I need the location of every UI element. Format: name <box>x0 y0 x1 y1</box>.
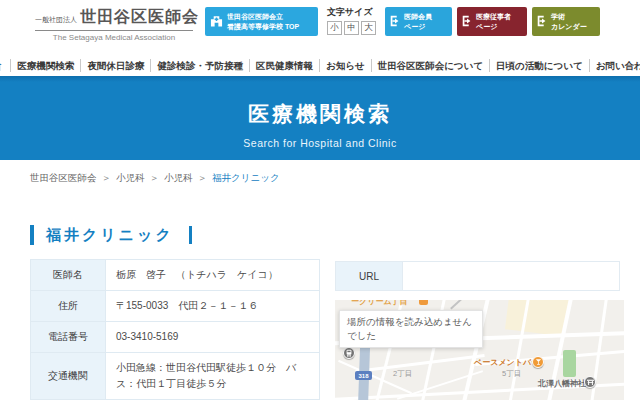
table-row-phone: 電話番号 03-3410-5169 <box>30 322 320 353</box>
org-type-label: 一般社団法人 <box>35 15 77 28</box>
home-icon[interactable] <box>0 59 10 71</box>
clinic-name: 福井クリニック <box>46 226 174 245</box>
table-row-doctor: 医師名 栃原 啓子 （トチハラ ケイコ） <box>30 260 320 291</box>
hero-banner: 医療機関検索 Search for Hospital and Clinic <box>0 76 640 160</box>
academic-calendar-button[interactable]: 学術 カレンダー <box>532 7 600 36</box>
hospital-icon <box>210 13 223 31</box>
nav-item-health-info[interactable]: 区民健康情報 <box>249 59 319 72</box>
org-name-english: The Setagaya Medical Association <box>35 33 193 42</box>
nav-item-news[interactable]: お知らせ <box>319 59 371 72</box>
font-size-control: 文字サイズ 小 中 大 <box>327 6 379 35</box>
page-title: 医療機関検索 <box>0 100 640 128</box>
row-value: 〒155-0033 代田２－１－１６ <box>106 291 319 321</box>
member-page-button[interactable]: 医師会員 ページ <box>385 7 452 36</box>
font-size-large-button[interactable]: 大 <box>361 21 376 35</box>
school-button-line2: 看護高等専修学校 TOP <box>227 23 299 30</box>
text-cursor <box>189 226 192 244</box>
map-label-district2: 2丁目 <box>393 369 412 379</box>
worker-button-line1: 医療従事者 <box>476 13 511 20</box>
map-road <box>355 354 484 373</box>
url-value <box>403 262 619 290</box>
station-marker-icon[interactable] <box>343 347 355 359</box>
page-subtitle: Search for Hospital and Clinic <box>0 137 640 149</box>
breadcrumb-subcategory[interactable]: 小児科 <box>164 172 193 185</box>
map-partial-poi-icon <box>419 300 428 305</box>
nursing-school-button[interactable]: 世田谷区医師会立 看護高等専修学校 TOP <box>205 7 318 36</box>
google-map[interactable]: 318 ークリーム丁目 2丁目 ベースメントバー 5丁目 北澤八幡神社 場所の情… <box>335 300 624 400</box>
font-size-medium-button[interactable]: 中 <box>344 21 359 35</box>
nav-item-about[interactable]: 世田谷区医師会について <box>371 59 489 72</box>
row-value: 03-3410-5169 <box>106 322 319 352</box>
worker-button-line2: ページ <box>476 23 497 30</box>
map-park <box>563 350 576 377</box>
map-partial-poi-label: ークリーム丁目 <box>351 300 408 307</box>
row-label: 医師名 <box>31 260 106 290</box>
medical-worker-page-button[interactable]: 医療従事者 ページ <box>457 7 527 36</box>
nav-item-activities[interactable]: 日頃の活動について <box>489 59 589 72</box>
calendar-button-line1: 学術 <box>551 13 565 20</box>
row-label: 交通機関 <box>31 353 106 399</box>
org-name: 世田谷区医師会 <box>80 7 199 28</box>
breadcrumb: 世田谷区医師会 ＞ 小児科 ＞ 小児科 ＞ 福井クリニック <box>30 172 280 185</box>
breadcrumb-separator: ＞ <box>150 172 160 185</box>
breadcrumb-separator: ＞ <box>198 172 208 185</box>
map-label-district5: 5丁目 <box>502 369 521 379</box>
heading-accent-bar <box>30 225 34 245</box>
url-label: URL <box>336 262 403 290</box>
breadcrumb-category[interactable]: 小児科 <box>116 172 145 185</box>
map-label-bar: ベースメントバー <box>474 357 539 368</box>
row-label: 電話番号 <box>31 322 106 352</box>
map-error-infowindow: 場所の情報を読み込めませんでした <box>339 310 483 348</box>
nav-item-night-holiday[interactable]: 夜間休日診療 <box>80 59 150 72</box>
member-button-line2: ページ <box>404 23 425 30</box>
font-size-small-button[interactable]: 小 <box>327 21 342 35</box>
login-icon <box>461 13 473 31</box>
clinic-heading: 福井クリニック <box>30 225 192 245</box>
infowindow-tail <box>450 300 462 309</box>
page: 一般社団法人 世田谷区医師会 The Setagaya Medical Asso… <box>0 0 640 400</box>
bar-marker-icon[interactable] <box>532 356 544 368</box>
calendar-button-line2: カレンダー <box>551 23 587 30</box>
map-label-shrine: 北澤八幡神社 <box>538 378 586 389</box>
row-value: 小田急線：世田谷代田駅徒歩１０分 バス：代田１丁目徒歩５分 <box>106 353 319 399</box>
breadcrumb-current: 福井クリニック <box>212 172 280 185</box>
table-row-address: 住所 〒155-0033 代田２－１－１６ <box>30 291 320 322</box>
row-label: 住所 <box>31 291 106 321</box>
member-button-line1: 医師会員 <box>404 13 432 20</box>
map-area-block <box>505 300 569 337</box>
clinic-info-table: 医師名 栃原 啓子 （トチハラ ケイコ） 住所 〒155-0033 代田２－１－… <box>30 259 320 400</box>
breadcrumb-home[interactable]: 世田谷区医師会 <box>30 172 97 185</box>
nav-item-checkup[interactable]: 健診検診・予防接種 <box>150 59 249 72</box>
shrine-marker-icon[interactable] <box>584 376 596 388</box>
site-logo[interactable]: 一般社団法人 世田谷区医師会 The Setagaya Medical Asso… <box>35 7 193 42</box>
main-nav: 医療機関検索 夜間休日診療 健診検診・予防接種 区民健康情報 お知らせ 世田谷区… <box>0 54 640 76</box>
font-size-label: 文字サイズ <box>327 6 379 19</box>
login-icon <box>536 13 548 31</box>
route-number-badge: 318 <box>355 371 372 380</box>
school-button-line1: 世田谷区医師会立 <box>227 13 283 20</box>
nav-item-search[interactable]: 医療機関検索 <box>10 59 80 72</box>
row-value: 栃原 啓子 （トチハラ ケイコ） <box>106 260 319 290</box>
login-icon <box>389 13 401 31</box>
nav-item-contact[interactable]: お問い合わせ <box>589 59 640 72</box>
breadcrumb-separator: ＞ <box>102 172 112 185</box>
url-row: URL <box>335 261 620 291</box>
table-row-transport: 交通機関 小田急線：世田谷代田駅徒歩１０分 バス：代田１丁目徒歩５分 <box>30 353 320 400</box>
